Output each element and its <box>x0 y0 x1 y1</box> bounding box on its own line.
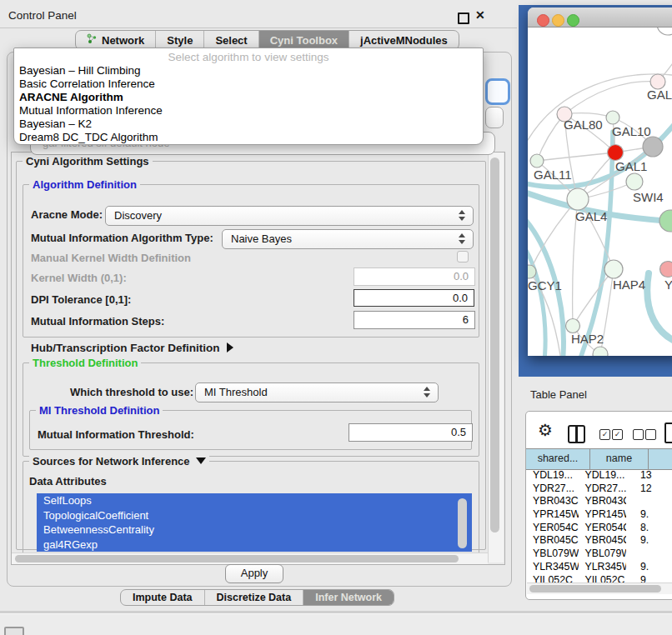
node-label-gal11: GAL11 <box>534 168 572 182</box>
aracne-mode-combo[interactable]: Discovery <box>105 206 474 226</box>
mi-type-combo[interactable]: Naive Bayes <box>222 229 474 249</box>
table-row[interactable]: YDR27...YDR27...12 <box>526 482 672 496</box>
algorithm-option-basic-correlation-inference[interactable]: Basic Correlation Inference <box>14 78 483 91</box>
table-row[interactable]: YDL19...YDL19...13 <box>526 469 672 482</box>
close-window-icon[interactable] <box>537 14 549 27</box>
bottom-tab-discretize-data[interactable]: Discretize Data <box>205 590 304 605</box>
column-header-name[interactable]: name <box>590 449 649 469</box>
bottom-tab-infer-network[interactable]: Infer Network <box>303 590 394 605</box>
table-row[interactable]: YBR045CYBR045C9. <box>526 534 672 548</box>
network-node-gcy1[interactable] <box>528 265 536 278</box>
deselect-all-checkbox-icon[interactable] <box>633 429 644 440</box>
network-node-gal4[interactable] <box>567 188 589 210</box>
network-node[interactable] <box>657 28 672 35</box>
tab-jactivemnodules[interactable]: jActiveMNodules <box>349 31 459 49</box>
network-node[interactable] <box>659 210 672 232</box>
table-cell: 9. <box>626 534 672 548</box>
mi-steps-field[interactable]: 6 <box>354 311 475 329</box>
table-row[interactable]: YER054CYER054C8. <box>526 522 672 535</box>
hub-definition-label: Hub/Transcription Factor Definition <box>31 342 220 354</box>
float-panel-icon[interactable] <box>458 12 469 24</box>
table-cell <box>626 495 672 508</box>
tab-cyni-toolbox[interactable]: Cyni Toolbox <box>259 31 349 49</box>
manual-kernel-checkbox[interactable] <box>457 251 469 262</box>
zoom-window-icon[interactable] <box>567 14 579 27</box>
network-node-gal10[interactable] <box>606 111 619 124</box>
dpi-tolerance-field[interactable]: 0.0 <box>354 289 474 307</box>
network-node[interactable] <box>643 137 663 157</box>
table-rows: YDL19...YDL19...13YDR27...YDR27...12YBR0… <box>526 469 672 587</box>
docked-panel-tab[interactable] <box>4 627 24 635</box>
network-node-y[interactable] <box>660 262 672 278</box>
column-header-col2[interactable] <box>649 449 672 469</box>
table-horizontal-scrollbar[interactable] <box>527 582 672 594</box>
table-cell: YBR045C <box>526 534 579 548</box>
aracne-mode-value: Discovery <box>114 209 162 222</box>
network-window-titlebar[interactable] <box>528 8 672 28</box>
network-node-swi4[interactable] <box>626 173 643 190</box>
close-panel-icon[interactable]: ✕ <box>475 8 485 22</box>
bottom-tab-infer-network-label: Infer Network <box>315 592 382 603</box>
tab-network[interactable]: Network <box>76 31 156 49</box>
gear-icon[interactable]: ⚙ <box>538 422 553 438</box>
algorithm-combo-focus-fragment[interactable] <box>485 78 510 105</box>
apply-button[interactable]: Apply <box>225 564 283 583</box>
settings-vertical-scrollbar[interactable] <box>488 152 504 562</box>
document-icon[interactable] <box>664 422 672 443</box>
table-horizontal-scrollbar-thumb[interactable] <box>529 585 661 592</box>
algorithm-option-mutual-information-inference[interactable]: Mutual Information Inference <box>14 104 483 118</box>
settings-horizontal-scrollbar-thumb[interactable] <box>15 555 459 562</box>
network-node-hap2[interactable] <box>566 319 580 333</box>
minimize-window-icon[interactable] <box>552 14 564 27</box>
algorithm-option-dream8-dc-tdc-algorithm[interactable]: Dream8 DC_TDC Algorithm <box>14 131 483 144</box>
table-row[interactable]: YPR145WYPR145W9. <box>526 508 672 522</box>
tab-jactivemnodules-label: jActiveMNodules <box>360 34 448 47</box>
hidden-button-fragment[interactable] <box>485 107 504 128</box>
attribute-item-selfloops[interactable]: SelfLoops <box>37 493 472 508</box>
threshold-title: Threshold Definition <box>29 357 141 369</box>
deselect-all-checkbox-icon[interactable] <box>645 429 656 440</box>
table-cell: 8. <box>626 522 672 535</box>
network-node-gal1[interactable] <box>608 145 624 161</box>
attribute-item-betweennesscentrality[interactable]: BetweennessCentrality <box>37 522 472 538</box>
tab-select[interactable]: Select <box>204 31 258 49</box>
algorithm-option-aracne-algorithm[interactable]: ARACNE Algorithm <box>14 91 483 104</box>
attribute-item-gal4rgexp[interactable]: gal4RGexp <box>37 538 472 552</box>
network-view-window: GALGAL80GAL10GAL1GAL11SWI4GAL4GCY1HAP4YH… <box>528 8 672 356</box>
which-threshold-combo[interactable]: MI Threshold <box>195 382 439 402</box>
network-node-hap4[interactable] <box>604 260 623 278</box>
algorithm-option-bayesian-hill-climbing[interactable]: Bayesian – Hill Climbing <box>14 64 483 78</box>
tab-style[interactable]: Style <box>156 31 204 49</box>
table-header-row: shared...name <box>526 448 672 470</box>
node-label-gal10: GAL10 <box>612 124 651 138</box>
split-view-icon[interactable] <box>568 425 585 443</box>
dpi-tolerance-label: DPI Tolerance [0,1]: <box>31 293 131 306</box>
node-label-y: Y <box>664 278 672 292</box>
node-label-swi4: SWI4 <box>633 190 664 204</box>
table-row[interactable]: YBL079WYBL079W <box>526 548 672 561</box>
algorithm-option-bayesian-k2[interactable]: Bayesian – K2 <box>14 118 483 131</box>
bottom-tab-impute-data[interactable]: Impute Data <box>121 590 205 605</box>
kernel-width-field[interactable]: 0.0 <box>354 268 475 286</box>
network-node[interactable] <box>593 347 608 356</box>
cyni-settings-title: Cyni Algorithm Settings <box>23 155 153 168</box>
settings-horizontal-scrollbar[interactable] <box>12 552 488 564</box>
table-row[interactable]: YBR043CYBR043C <box>526 495 672 508</box>
column-header-shared[interactable]: shared... <box>526 449 590 469</box>
mi-type-value: Naive Bayes <box>231 232 292 245</box>
panel-title: Control Panel <box>8 9 77 22</box>
hub-definition-toggle[interactable]: Hub/Transcription Factor Definition <box>31 342 233 354</box>
network-canvas[interactable]: GALGAL80GAL10GAL1GAL11SWI4GAL4GCY1HAP4YH… <box>528 28 672 356</box>
attribute-list-scrollbar[interactable] <box>458 498 467 548</box>
select-all-checkbox-icon[interactable]: ✓ <box>599 429 610 440</box>
mi-threshold-field[interactable]: 0.5 <box>349 423 473 442</box>
table-cell: YDR27... <box>579 482 626 496</box>
table-cell: YER054C <box>579 522 626 535</box>
network-node-gal11[interactable] <box>530 154 544 168</box>
table-row[interactable]: YLR345WYLR345W9. <box>526 561 672 574</box>
sources-toggle[interactable]: Sources for Network Inference <box>29 455 209 468</box>
settings-vertical-scrollbar-thumb[interactable] <box>490 158 499 532</box>
tab-cyni-toolbox-label: Cyni Toolbox <box>270 34 338 47</box>
select-all-checkbox-icon[interactable]: ✓ <box>612 429 623 440</box>
attribute-item-topologicalcoefficient[interactable]: TopologicalCoefficient <box>37 508 472 523</box>
